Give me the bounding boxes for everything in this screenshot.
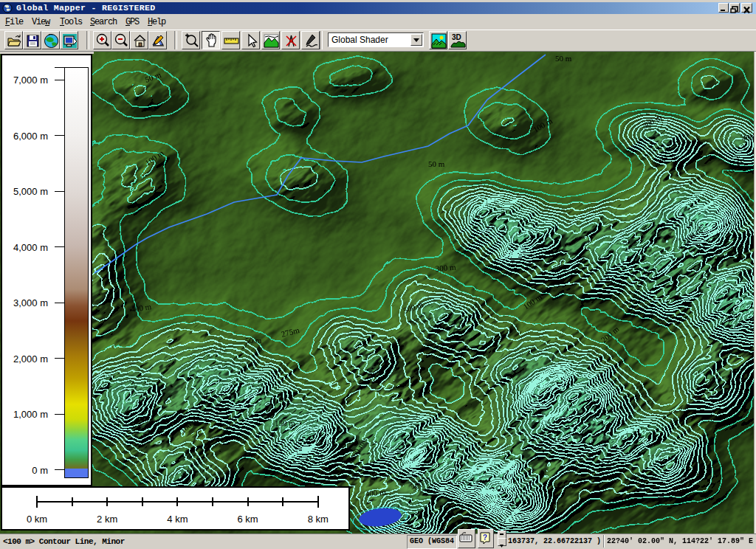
svg-text:?: ? [483,534,487,542]
svg-text:3D: 3D [452,33,461,41]
